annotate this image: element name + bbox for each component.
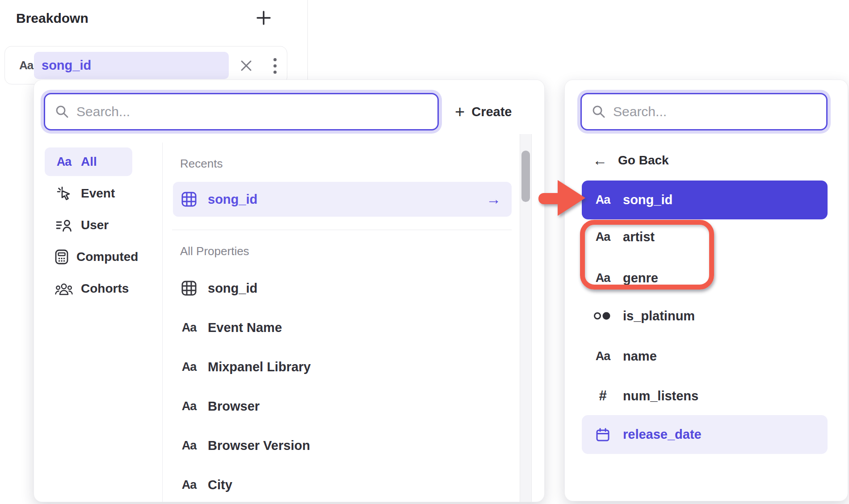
property-label: song_id — [208, 281, 257, 296]
category-cohorts[interactable]: Cohorts — [45, 274, 132, 303]
search-box — [580, 93, 828, 130]
property-label: artist — [623, 230, 655, 244]
go-back-button[interactable]: ← Go Back — [593, 149, 669, 172]
property-row-name[interactable]: Aa name — [582, 336, 828, 376]
text-type-icon: Aa — [19, 59, 33, 72]
category-label: All — [81, 155, 97, 169]
search-input[interactable] — [613, 104, 816, 119]
category-label: Event — [81, 186, 115, 201]
property-row-artist[interactable]: Aa artist — [582, 217, 828, 256]
screen: Breakdown Aa song_id + Create — [0, 0, 849, 504]
text-type-icon: Aa — [180, 478, 198, 492]
sidebar-divider — [162, 143, 163, 502]
property-label: Browser — [208, 399, 260, 414]
user-icon — [55, 218, 73, 232]
recents-section-label: Recents — [180, 157, 223, 171]
property-row-browser[interactable]: Aa Browser — [173, 386, 512, 426]
breakdown-chip-value[interactable]: song_id — [34, 52, 229, 79]
property-label: song_id — [623, 193, 672, 207]
category-all[interactable]: Aa All — [45, 147, 132, 176]
search-box — [44, 93, 439, 130]
close-icon[interactable] — [239, 58, 254, 73]
property-row-mixpanel-library[interactable]: Aa Mixpanel Library — [173, 347, 512, 386]
table-grid-icon — [180, 280, 198, 296]
property-values-dropdown: ← Go Back Aa song_id Aa artist Aa genre … — [565, 80, 848, 501]
property-label: num_listens — [623, 389, 698, 403]
property-row-release-date[interactable]: release_date — [582, 415, 828, 454]
property-row-song-id-selected[interactable]: Aa song_id — [582, 181, 828, 219]
computed-calculator-icon — [55, 249, 69, 265]
arrow-left-icon: ← — [593, 152, 607, 169]
breakdown-chip: Aa song_id — [4, 46, 287, 84]
property-label: name — [623, 349, 657, 364]
text-type-icon: Aa — [180, 439, 198, 453]
category-label: Computed — [76, 250, 138, 264]
text-type-icon: Aa — [55, 155, 73, 169]
boolean-type-icon — [593, 311, 613, 321]
create-label: Create — [471, 105, 512, 119]
text-type-icon: Aa — [593, 271, 613, 285]
go-back-label: Go Back — [618, 153, 669, 168]
text-type-icon: Aa — [180, 360, 198, 374]
drill-in-arrow-icon: → — [486, 191, 501, 208]
chip-value-label: song_id — [42, 58, 91, 73]
property-row-num-listens[interactable]: # num_listens — [582, 376, 828, 416]
text-type-icon: Aa — [593, 230, 613, 244]
category-label: Cohorts — [81, 281, 129, 296]
recent-item-label: song_id — [208, 192, 257, 207]
create-button[interactable]: + Create — [455, 99, 512, 124]
plus-icon — [255, 9, 273, 27]
search-icon — [55, 105, 69, 119]
plus-icon: + — [455, 103, 465, 120]
property-label: is_platinum — [623, 309, 695, 323]
property-row-genre[interactable]: Aa genre — [582, 258, 828, 298]
category-label: User — [81, 218, 109, 232]
property-row-is-platinum[interactable]: is_platinum — [582, 296, 828, 336]
section-divider — [307, 0, 308, 83]
property-label: genre — [623, 271, 658, 286]
text-type-icon: Aa — [593, 349, 613, 363]
property-label: City — [208, 478, 232, 492]
property-label: Mixpanel Library — [208, 360, 311, 374]
event-click-icon — [55, 185, 73, 202]
property-picker-dropdown: + Create Aa All Event — [34, 80, 544, 502]
property-label: Event Name — [208, 320, 282, 335]
date-calendar-icon — [593, 427, 613, 442]
breakdown-section-title: Breakdown — [16, 11, 88, 26]
category-computed[interactable]: Computed — [45, 243, 132, 271]
recent-item-song-id[interactable]: song_id → — [173, 182, 512, 217]
cohorts-people-icon — [55, 282, 73, 295]
all-properties-section-label: All Properties — [180, 244, 249, 258]
text-type-icon: Aa — [593, 193, 613, 207]
add-breakdown-button[interactable] — [255, 9, 273, 27]
search-icon — [592, 105, 606, 119]
category-user[interactable]: User — [45, 211, 132, 239]
property-row-browser-version[interactable]: Aa Browser Version — [173, 426, 512, 465]
list-divider — [172, 230, 512, 230]
property-row-song-id[interactable]: song_id — [173, 269, 512, 308]
property-label: release_date — [623, 427, 702, 442]
property-row-city[interactable]: Aa City — [173, 465, 512, 502]
table-grid-icon — [180, 191, 198, 207]
property-row-event-name[interactable]: Aa Event Name — [173, 308, 512, 347]
category-event[interactable]: Event — [45, 179, 132, 208]
property-label: Browser Version — [208, 438, 310, 453]
number-type-icon: # — [593, 388, 613, 404]
text-type-icon: Aa — [180, 321, 198, 335]
scrollbar-thumb[interactable] — [521, 151, 530, 202]
search-input[interactable] — [76, 104, 428, 119]
kebab-menu-icon[interactable] — [269, 56, 280, 75]
text-type-icon: Aa — [180, 399, 198, 413]
